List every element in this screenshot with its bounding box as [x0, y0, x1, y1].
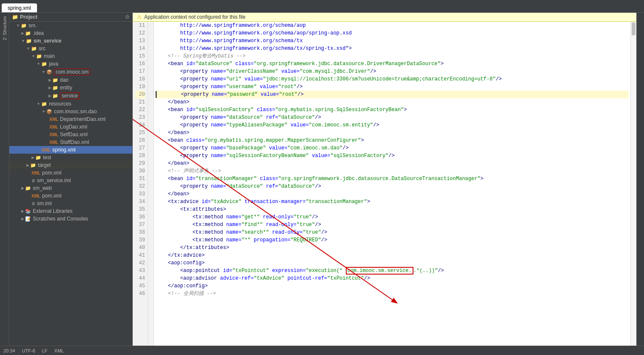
sidebar-item-label: pom.xml: [42, 170, 61, 176]
code-line: <aop:advisor advice-ref="txAdvice" point…: [156, 275, 629, 282]
sidebar-item-sm-iml[interactable]: ⚙ sm.iml: [9, 200, 132, 207]
sidebar-item-test[interactable]: ▶ 📁 test: [9, 154, 132, 161]
sidebar-item-scratches[interactable]: ▶ 📝 Scratches and Consoles: [9, 215, 132, 223]
code-line: </aop:config>: [156, 282, 629, 290]
sidebar-item-label: service: [60, 92, 80, 99]
arrow-icon: ▼: [31, 54, 35, 58]
code-line: <tx:method name="*" propagation="REQUIRE…: [156, 236, 629, 244]
code-line: </tx:advice>: [156, 252, 629, 259]
folder-icon: 📁: [25, 31, 31, 36]
sidebar-item-com-imooc-sm[interactable]: ▼ 📦 com.imooc.sm: [9, 68, 132, 76]
warning-text: Application context not configured for t…: [144, 14, 245, 20]
arrow-icon: ▶: [48, 78, 51, 82]
sidebar-item-sm-root[interactable]: ▼ 📁 sm.: [9, 22, 132, 29]
code-editor[interactable]: 11 12 13 14 15 16 17 18 19 20 21 22 23 2…: [133, 22, 636, 346]
bottom-bar: 20:34 UTF-8 LF XML: [0, 346, 644, 355]
code-line: <tx:method name="search*" read-only="tru…: [156, 229, 629, 236]
arrow-icon: ▼: [37, 102, 40, 106]
xml-icon: XML: [49, 125, 58, 129]
sidebar-item-label: sm_service: [34, 38, 61, 44]
file-tab-spring-xml[interactable]: spring.xml: [2, 3, 37, 12]
code-line: <!-- 全局扫描 -->: [156, 290, 629, 298]
code-line: <aop:config>: [156, 259, 629, 267]
sidebar-item-sm-web[interactable]: ▶ 📁 sm_web: [9, 184, 132, 192]
sidebar-item-com-imooc-sm-dao[interactable]: ▼ 📦 com.imooc.sm.dao: [9, 108, 132, 115]
sidebar-item-idea[interactable]: ▶ 📁 .idea: [9, 29, 132, 37]
sidebar-item-label: com.imooc.sm.dao: [54, 109, 97, 115]
sidebar-item-resources[interactable]: ▼ 📁 resources: [9, 100, 132, 108]
sidebar-item-department-dao[interactable]: XML DepartmentDao.xml: [9, 115, 132, 123]
folder-icon: 📁: [41, 61, 47, 67]
sidebar-item-label: dao: [60, 77, 68, 83]
arrow-icon: ▼: [16, 23, 20, 28]
folder-icon: 📁: [52, 77, 58, 83]
arrow-icon: ▶: [26, 163, 29, 167]
folder-icon: 📁: [41, 101, 47, 107]
sidebar-item-pom-xml[interactable]: XML pom.xml: [9, 169, 132, 177]
xml-icon: XML: [49, 132, 58, 137]
code-line: <tx:attributes>: [156, 206, 629, 213]
gear-icon[interactable]: ⚙: [125, 14, 130, 20]
sidebar-item-label: pom.xml: [42, 193, 61, 199]
code-content[interactable]: http://www.springframework.org/schema/ao…: [154, 22, 630, 346]
sidebar-item-label: sm_service.iml: [37, 178, 71, 183]
sidebar-item-sm-service-iml[interactable]: ⚙ sm_service.iml: [9, 177, 132, 184]
arrow-icon: ▶: [21, 31, 24, 35]
code-line: <bean id="dataSource" class="org.springf…: [156, 60, 629, 68]
sidebar-item-src[interactable]: ▼ 📁 src: [9, 45, 132, 52]
code-line-20: <property name="password" value="root"/>: [156, 91, 629, 98]
editor-scrollbar[interactable]: [630, 22, 636, 346]
folder-icon: 📚: [25, 209, 31, 214]
sidebar-item-dao[interactable]: ▶ 📁 dao: [9, 76, 132, 84]
folder-icon: 📁: [25, 186, 31, 191]
code-line: <property name="dataSource" ref="dataSou…: [156, 114, 629, 121]
project-label: Project: [20, 14, 37, 20]
sidebar-item-entity[interactable]: ▶ 📁 entity: [9, 84, 132, 92]
sidebar-item-target[interactable]: ▶ 📁 target: [9, 161, 132, 169]
sidebar-item-label: Scratches and Consoles: [33, 216, 88, 222]
sidebar-item-label: LogDao.xml: [60, 124, 87, 130]
sidebar-item-label: sm_web: [33, 185, 52, 191]
code-line: <property name="username" value="root"/>: [156, 83, 629, 91]
xml-icon: XML: [49, 140, 58, 145]
code-line: <bean id="sqlSessionFactory" class="org.…: [156, 106, 629, 114]
project-header[interactable]: 📁 Project ⚙: [9, 13, 132, 22]
sidebar-item-sm-service[interactable]: ▼ 📁 sm_service: [9, 37, 132, 45]
sidebar-item-spring-xml[interactable]: XML spring.xml: [9, 146, 132, 154]
sidebar-item-pom-xml2[interactable]: XML pom.xml: [9, 192, 132, 200]
sidebar-item-staff-dao[interactable]: XML StaffDao.xml: [9, 138, 132, 146]
xml-icon: XML: [49, 117, 58, 122]
tab-label: spring.xml: [8, 5, 31, 11]
code-line: <tx:method name="find*" read-only="true"…: [156, 221, 629, 229]
arrow-icon: ▶: [21, 209, 24, 213]
sidebar-item-service[interactable]: ▶ 📁 service: [9, 92, 132, 100]
code-line: <bean id="transactionManager" class="org…: [156, 175, 629, 183]
warning-bar: ⚠ Application context not configured for…: [133, 13, 636, 22]
code-line: <bean class="org.mybatis.spring.mapper.M…: [156, 137, 629, 144]
xml-icon: XML: [31, 171, 40, 175]
code-line: <property name="driverClassName" value="…: [156, 68, 629, 75]
folder-icon: 📁: [26, 38, 32, 44]
xml-icon: XML: [42, 148, 51, 152]
sidebar-item-label: target: [38, 162, 51, 168]
sidebar-item-label: main: [44, 53, 55, 59]
code-line: http://www.springframework.org/schema/ao…: [156, 29, 629, 37]
right-panel-strip: [636, 13, 644, 346]
folder-icon: 📁: [52, 93, 58, 99]
code-line: <property name="dataSource" ref="dataSou…: [156, 183, 629, 190]
code-line: <property name="basePackage" value="com.…: [156, 144, 629, 152]
bottom-crlf: LF: [42, 348, 48, 353]
sidebar-item-label: resources: [49, 101, 71, 107]
sidebar-item-self-dao[interactable]: XML SelfDao.xml: [9, 131, 132, 138]
sidebar-item-log-dao[interactable]: XML LogDao.xml: [9, 123, 132, 131]
sidebar-item-java[interactable]: ▼ 📁 java: [9, 60, 132, 68]
structure-panel-label[interactable]: 2: Structure: [1, 13, 8, 44]
folder-icon: 📁: [30, 163, 36, 168]
sidebar-item-external-libraries[interactable]: ▶ 📚 External Libraries: [9, 207, 132, 215]
sidebar-item-main[interactable]: ▼ 📁 main: [9, 52, 132, 60]
arrow-icon: ▶: [48, 94, 51, 98]
sidebar-item-label: test: [43, 155, 51, 160]
code-line: http://www.springframework.org/schema/tx: [156, 37, 629, 45]
xml-icon: XML: [31, 194, 40, 198]
line-numbers: 11 12 13 14 15 16 17 18 19 20 21 22 23 2…: [133, 22, 148, 346]
